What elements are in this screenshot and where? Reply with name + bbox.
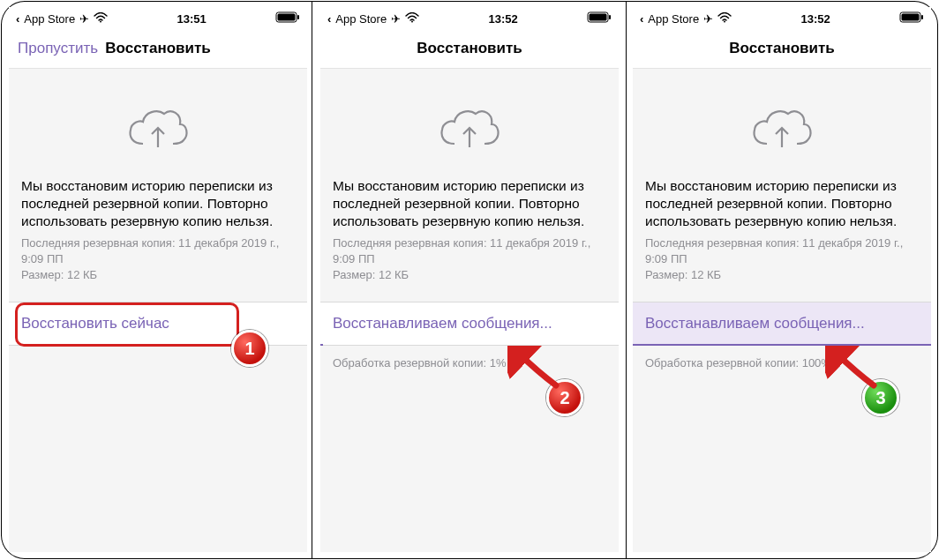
badge-number: 3 (875, 388, 885, 408)
progress-bar (320, 344, 323, 346)
wifi-icon (94, 12, 108, 26)
frame-top (24, 1, 915, 2)
svg-rect-6 (609, 15, 611, 19)
restore-description: Мы восстановим историю переписки из посл… (320, 177, 619, 230)
backup-size-line: Размер: 12 КБ (645, 267, 919, 283)
restore-action-label: Восстанавливаем сообщения... (333, 315, 552, 332)
battery-icon (275, 11, 300, 26)
backup-meta: Последняя резервная копия: 11 декабря 20… (320, 230, 619, 282)
page-title: Восстановить (633, 40, 931, 57)
frame-sep (312, 2, 312, 558)
nav-bar: Восстановить (633, 30, 931, 68)
wifi-icon (405, 12, 419, 26)
phone-screen-1: ‹ App Store ✈ 13:51 Восстановить Пропуст… (9, 7, 307, 552)
badge-number: 1 (244, 339, 254, 359)
backup-meta: Последняя резервная копия: 11 декабря 20… (633, 230, 931, 282)
back-chevron-icon: ‹ (327, 12, 331, 26)
back-chevron-icon: ‹ (640, 12, 643, 26)
last-backup-line: Последняя резервная копия: 11 декабря 20… (645, 235, 919, 266)
frame-bottom (24, 558, 915, 559)
badge-number: 2 (560, 388, 569, 408)
wifi-icon (717, 12, 732, 26)
phone-screen-2: ‹ App Store ✈ 13:52 Восстановить Мы восс… (320, 7, 619, 552)
progress-bar (633, 344, 931, 346)
frame-sep (626, 2, 627, 558)
cloud-upload-icon (749, 105, 815, 153)
step-badge-1: 1 (231, 330, 268, 367)
back-label[interactable]: App Store (648, 12, 699, 26)
status-left: ‹ App Store ✈ (16, 12, 108, 26)
backup-size-line: Размер: 12 КБ (21, 267, 295, 283)
last-backup-line: Последняя резервная копия: 11 декабря 20… (21, 235, 295, 266)
status-left: ‹ App Store ✈ (327, 12, 419, 26)
battery-icon (899, 11, 924, 26)
step-badge-3: 3 (862, 379, 899, 416)
svg-rect-7 (589, 14, 606, 21)
frame-right (937, 24, 938, 536)
svg-rect-11 (901, 14, 919, 21)
cloud-upload-icon (125, 105, 191, 153)
restore-description: Мы восстановим историю переписки из посл… (633, 177, 931, 230)
back-label[interactable]: App Store (335, 12, 387, 26)
cloud-upload-icon (437, 105, 502, 153)
status-bar: ‹ App Store ✈ 13:52 (320, 7, 619, 30)
status-bar: ‹ App Store ✈ 13:51 (9, 7, 307, 30)
restore-action-label: Восстановить сейчас (21, 315, 169, 332)
airplane-icon: ✈ (79, 12, 89, 26)
last-backup-line: Последняя резервная копия: 11 декабря 20… (333, 235, 606, 266)
airplane-icon: ✈ (391, 12, 401, 26)
restore-description: Мы восстановим историю переписки из посл… (9, 177, 307, 230)
backup-size-line: Размер: 12 КБ (333, 267, 606, 283)
battery-icon (587, 11, 612, 26)
cloud-icon-wrap (633, 68, 931, 177)
phone-screen-3: ‹ App Store ✈ 13:52 Восстановить Мы восс… (633, 7, 931, 552)
svg-rect-2 (297, 15, 299, 19)
status-bar: ‹ App Store ✈ 13:52 (633, 7, 931, 30)
page-title: Восстановить (320, 40, 619, 57)
step-badge-2: 2 (546, 379, 583, 416)
restore-action-label: Восстанавливаем сообщения... (645, 315, 865, 332)
svg-rect-3 (277, 14, 295, 21)
progress-status-text: Обработка резервной копии: 100% (633, 346, 931, 370)
nav-bar: Восстановить (320, 30, 619, 68)
progress-status-text: Обработка резервной копии: 1% (320, 346, 619, 370)
cloud-icon-wrap (320, 68, 619, 177)
backup-meta: Последняя резервная копия: 11 декабря 20… (9, 230, 307, 282)
back-chevron-icon: ‹ (16, 12, 19, 26)
svg-point-8 (724, 20, 725, 22)
status-time: 13:52 (800, 12, 830, 26)
restore-progress-row: Восстанавливаем сообщения... (320, 302, 619, 346)
svg-rect-10 (921, 15, 923, 19)
status-time: 13:52 (488, 12, 517, 26)
svg-point-0 (100, 20, 101, 22)
cloud-icon-wrap (9, 68, 307, 177)
status-time: 13:51 (177, 12, 206, 26)
skip-button[interactable]: Пропустить (9, 40, 98, 57)
frame-left (1, 24, 2, 536)
back-label[interactable]: App Store (24, 12, 75, 26)
svg-point-4 (411, 20, 413, 22)
status-left: ‹ App Store ✈ (640, 12, 732, 26)
stage: ‹ App Store ✈ 13:51 Восстановить Пропуст… (0, 0, 939, 560)
nav-bar: Восстановить Пропустить (9, 30, 307, 68)
restore-progress-row: Восстанавливаем сообщения... (633, 302, 931, 346)
airplane-icon: ✈ (703, 12, 713, 26)
